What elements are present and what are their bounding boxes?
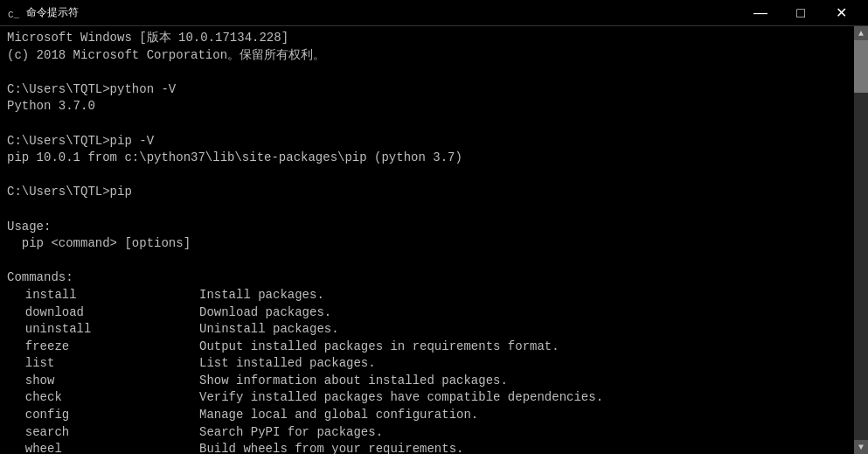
line-11 (7, 201, 847, 219)
line-usage-label: Usage: (7, 219, 847, 236)
cmd-download: download Download packages. (7, 304, 603, 322)
line-2: (c) 2018 Microsoft Corporation。保留所有权利。 (7, 47, 847, 65)
line-6 (7, 115, 847, 133)
cmd-desc-uninstall: Uninstall packages. (199, 321, 603, 339)
cmd-name-wheel: wheel (7, 441, 199, 454)
cmd-freeze: freeze Output installed packages in requ… (7, 339, 603, 356)
cmd-name-download: download (7, 304, 199, 322)
cmd-desc-wheel: Build wheels from your requirements. (199, 441, 603, 454)
maximize-button[interactable]: □ (781, 0, 821, 26)
cmd-show: show Show information about installed pa… (7, 373, 603, 390)
line-8: pip 10.0.1 from c:\python37\lib\site-pac… (7, 150, 847, 167)
cmd-desc-check: Verify installed packages have compatibl… (199, 389, 603, 407)
cmd-install: install Install packages. (7, 287, 603, 304)
cmd-desc-search: Search PyPI for packages. (199, 424, 603, 442)
cmd-desc-download: Download packages. (199, 304, 603, 322)
cmd-name-check: check (7, 389, 199, 407)
line-commands-label: Commands: (7, 269, 847, 287)
window-title: 命令提示符 (26, 5, 740, 20)
cmd-name-config: config (7, 407, 199, 424)
commands-table: install Install packages. download Downl… (7, 287, 603, 454)
title-bar: C_ 命令提示符 — □ ✕ (0, 0, 868, 26)
scroll-down-arrow[interactable]: ▼ (854, 440, 868, 454)
cmd-desc-config: Manage local and global configuration. (199, 407, 603, 424)
minimize-button[interactable]: — (740, 0, 781, 26)
cmd-check: check Verify installed packages have com… (7, 389, 603, 407)
line-9 (7, 167, 847, 185)
line-1: Microsoft Windows [版本 10.0.17134.228] (7, 30, 847, 47)
cmd-icon: C_ (7, 6, 21, 20)
line-usage-cmd: pip <command> [options] (7, 235, 847, 253)
line-5: Python 3.7.0 (7, 98, 847, 115)
line-7: C:\Users\TQTL>pip -V (7, 133, 847, 150)
svg-text:C_: C_ (8, 10, 20, 20)
scrollbar-thumb[interactable] (854, 40, 868, 93)
cmd-list: list List installed packages. (7, 355, 603, 373)
cmd-search: search Search PyPI for packages. (7, 424, 603, 442)
console-area[interactable]: Microsoft Windows [版本 10.0.17134.228] (c… (0, 26, 868, 454)
cmd-desc-list: List installed packages. (199, 355, 603, 373)
scroll-up-arrow[interactable]: ▲ (854, 26, 868, 40)
cmd-name-uninstall: uninstall (7, 321, 199, 339)
cmd-name-install: install (7, 287, 199, 304)
cmd-uninstall: uninstall Uninstall packages. (7, 321, 603, 339)
cmd-window: C_ 命令提示符 — □ ✕ Microsoft Windows [版本 10.… (0, 0, 868, 454)
cmd-name-list: list (7, 355, 199, 373)
window-controls: — □ ✕ (740, 0, 861, 26)
cmd-name-show: show (7, 373, 199, 390)
line-3 (7, 64, 847, 81)
console-content: Microsoft Windows [版本 10.0.17134.228] (c… (7, 30, 861, 454)
cmd-desc-freeze: Output installed packages in requirement… (199, 339, 603, 356)
cmd-name-freeze: freeze (7, 339, 199, 356)
cmd-name-search: search (7, 424, 199, 442)
line-10: C:\Users\TQTL>pip (7, 184, 847, 201)
cmd-desc-install: Install packages. (199, 287, 603, 304)
line-4: C:\Users\TQTL>python -V (7, 81, 847, 99)
cmd-wheel: wheel Build wheels from your requirement… (7, 441, 603, 454)
scrollbar[interactable]: ▲ ▼ (854, 26, 868, 454)
scrollbar-track[interactable] (854, 40, 868, 440)
cmd-desc-show: Show information about installed package… (199, 373, 603, 390)
cmd-config: config Manage local and global configura… (7, 407, 603, 424)
close-button[interactable]: ✕ (821, 0, 861, 26)
line-12 (7, 253, 847, 270)
